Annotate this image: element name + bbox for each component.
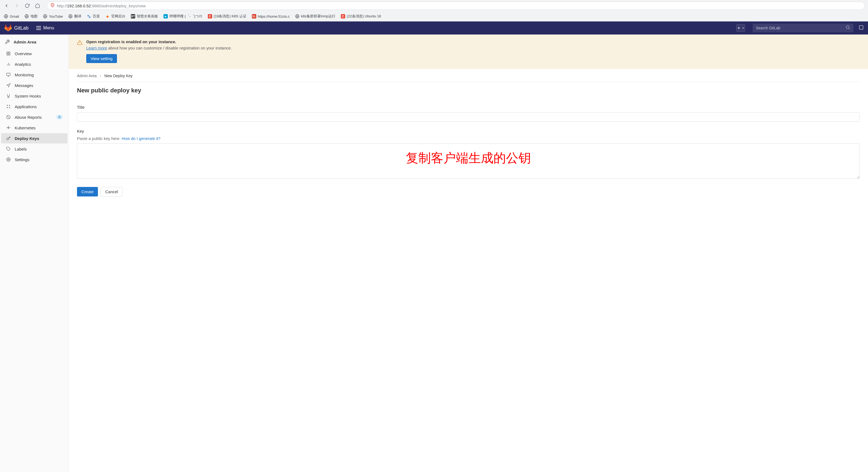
bookmark-item[interactable]: 51https://home.51cto.c <box>252 14 290 19</box>
svg-point-28 <box>9 105 10 106</box>
sidebar-item-applications[interactable]: Applications <box>1 101 67 112</box>
search-icon <box>846 25 850 31</box>
learn-more-link[interactable]: Learn more <box>86 46 107 50</box>
bookmark-item[interactable]: 翻译 <box>68 14 81 19</box>
menu-toggle[interactable]: Menu <box>36 26 54 30</box>
wrench-icon <box>5 39 10 44</box>
plus-icon <box>737 26 741 30</box>
alert-text: Learn more about how you can customize /… <box>86 46 860 50</box>
back-button[interactable] <box>3 2 10 9</box>
bookmark-item[interactable]: 地图 <box>25 14 37 19</box>
sidebar-badge: 0 <box>56 115 63 119</box>
svg-line-0 <box>52 4 53 6</box>
alert-title: Open registration is enabled on your ins… <box>86 39 860 44</box>
search-input[interactable] <box>756 26 846 30</box>
new-dropdown[interactable] <box>736 24 745 32</box>
sidebar-item-label: Settings <box>15 157 29 162</box>
breadcrumbs: Admin Area › New Deploy Key <box>77 74 860 82</box>
bookmark-item[interactable]: ▸哔哩哔哩 (゜-゜)つロ <box>163 14 203 19</box>
chevron-down-icon <box>742 27 744 29</box>
breadcrumb-separator: › <box>100 74 101 78</box>
bookmark-item[interactable]: 🐾百度 <box>87 14 100 19</box>
svg-point-27 <box>7 105 8 106</box>
svg-point-29 <box>7 107 8 108</box>
labels-icon <box>6 146 11 151</box>
sidebar-item-label: Messages <box>15 83 33 88</box>
svg-rect-18 <box>9 54 10 55</box>
bookmark-item[interactable]: ◆官网后台 <box>105 14 125 19</box>
svg-line-32 <box>7 116 9 118</box>
sidebar-item-abuse-reports[interactable]: Abuse Reports0 <box>1 112 67 122</box>
sidebar-item-system-hooks[interactable]: System Hooks <box>1 91 67 101</box>
hamburger-icon <box>36 26 41 30</box>
bookmark-item[interactable]: C(19条消息) K8S 认证 <box>208 14 246 19</box>
registration-alert: Open registration is enabled on your ins… <box>69 35 868 69</box>
keys-icon <box>6 136 11 141</box>
sidebar-item-analytics[interactable]: Analytics <box>1 59 67 69</box>
sidebar-item-label: Analytics <box>15 62 31 67</box>
hooks-icon <box>6 94 11 98</box>
bookmark-item[interactable]: BT智慧水务面板 <box>131 14 158 19</box>
browser-toolbar: http://192.168.0.52:8880/admin/deploy_ke… <box>0 0 868 11</box>
breadcrumb-current: New Deploy Key <box>104 74 133 78</box>
gitlab-brand-text: GitLab <box>14 25 29 31</box>
sidebar-item-label: Applications <box>15 104 37 109</box>
view-setting-button[interactable]: View setting <box>86 54 117 63</box>
issues-icon[interactable] <box>859 25 864 31</box>
forward-button[interactable] <box>13 2 20 9</box>
title-input[interactable] <box>77 112 860 122</box>
sidebar-title[interactable]: Admin Area <box>0 36 68 48</box>
gitlab-icon <box>4 24 12 32</box>
content: Open registration is enabled on your ins… <box>69 35 868 472</box>
sidebar-item-overview[interactable]: Overview <box>1 48 67 59</box>
reload-button[interactable] <box>24 2 30 9</box>
kubernetes-icon <box>6 125 11 130</box>
sidebar-item-kubernetes[interactable]: Kubernetes <box>1 123 67 133</box>
menu-label: Menu <box>43 26 54 30</box>
url-text: http://192.168.0.52:8880/admin/deploy_ke… <box>57 3 146 8</box>
sidebar-title-label: Admin Area <box>13 40 36 44</box>
bookmark-item[interactable]: YouTube <box>43 14 63 19</box>
svg-point-13 <box>846 26 849 29</box>
sidebar-item-deploy-keys[interactable]: Deploy Keys <box>1 133 67 143</box>
browser-chrome: http://192.168.0.52:8880/admin/deploy_ke… <box>0 0 868 22</box>
search-box[interactable] <box>753 24 853 32</box>
key-help-link[interactable]: How do I generate it? <box>122 136 160 141</box>
sidebar-item-label: System Hooks <box>15 94 41 98</box>
bookmark-item[interactable]: k8s集群部署lnmp运行 <box>295 14 335 19</box>
svg-point-30 <box>9 107 10 108</box>
url-bar[interactable]: http://192.168.0.52:8880/admin/deploy_ke… <box>47 2 865 10</box>
sidebar-item-labels[interactable]: Labels <box>1 144 67 154</box>
messages-icon <box>6 83 11 88</box>
svg-rect-19 <box>7 54 8 55</box>
apps-icon <box>6 104 11 109</box>
key-help: Paste a public key here. How do I genera… <box>77 136 860 141</box>
svg-point-26 <box>8 96 9 98</box>
sidebar-item-label: Deploy Keys <box>15 136 39 141</box>
svg-rect-15 <box>859 26 863 29</box>
sidebar-item-label: Abuse Reports <box>15 115 42 120</box>
sidebar-item-messages[interactable]: Messages <box>1 80 67 91</box>
cancel-button[interactable]: Cancel <box>101 187 123 197</box>
svg-rect-16 <box>7 52 8 53</box>
sidebar-item-label: Monitoring <box>15 73 34 77</box>
key-textarea[interactable] <box>77 143 860 179</box>
breadcrumb-root[interactable]: Admin Area <box>77 74 97 78</box>
gitlab-header: GitLab Menu <box>0 22 868 35</box>
home-button[interactable] <box>34 2 41 9</box>
bookmark-item[interactable]: C(22条消息) Ubuntu 18 <box>341 14 381 19</box>
svg-line-14 <box>849 28 849 29</box>
svg-rect-17 <box>9 52 10 53</box>
key-label: Key <box>77 129 860 133</box>
overview-icon <box>6 51 11 56</box>
sidebar-item-monitoring[interactable]: Monitoring <box>1 70 67 80</box>
bookmark-item[interactable]: Gmail <box>4 14 19 19</box>
sidebar-item-label: Labels <box>15 147 27 151</box>
gitlab-logo[interactable]: GitLab <box>4 24 29 32</box>
monitoring-icon <box>6 72 11 77</box>
page-heading: New public deploy key <box>77 87 860 94</box>
sidebar-item-settings[interactable]: Settings <box>1 154 67 165</box>
svg-rect-23 <box>6 73 10 75</box>
sidebar-item-label: Kubernetes <box>15 126 36 130</box>
create-button[interactable]: Create <box>77 187 98 197</box>
